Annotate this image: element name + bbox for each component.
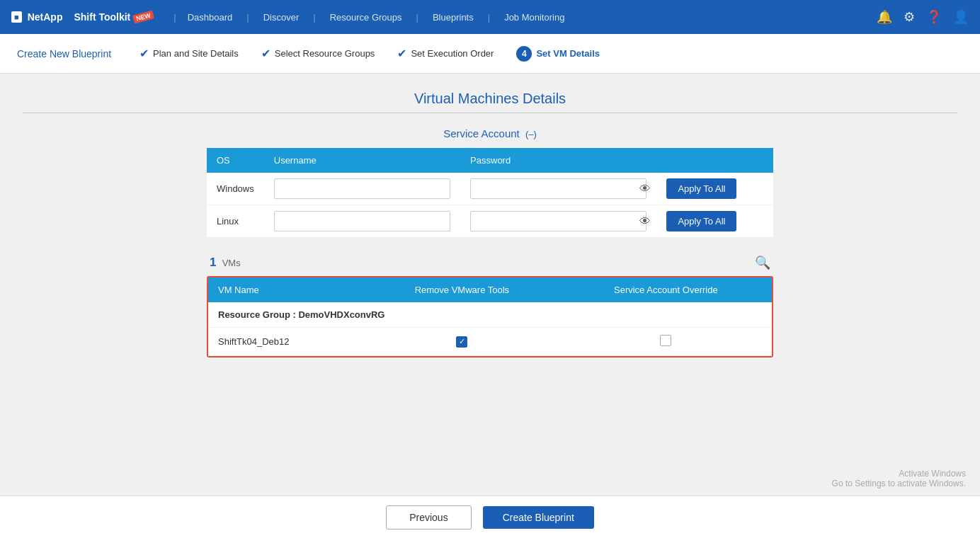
top-nav: ■ NetApp Shift Toolkit NEW | Dashboard |… xyxy=(0,0,980,34)
page-title: Virtual Machines Details xyxy=(23,91,957,107)
linux-username-input[interactable] xyxy=(274,211,450,231)
service-account-section-title: Service Account (–) xyxy=(23,127,957,139)
os-windows: Windows xyxy=(207,173,264,205)
watermark-line1: Activate Windows xyxy=(832,469,966,479)
steps-list: ✔ Plan and Site Details ✔ Select Resourc… xyxy=(139,46,622,62)
vm-table: VM Name Remove VMware Tools Service Acco… xyxy=(208,277,772,356)
step-plan-site: ✔ Plan and Site Details xyxy=(139,47,239,60)
nav-links: Dashboard | Discover | Resource Groups |… xyxy=(179,12,877,23)
brand-name: NetApp xyxy=(28,11,63,23)
linux-password-input[interactable] xyxy=(470,211,646,231)
nav-job-monitoring[interactable]: Job Monitoring xyxy=(496,12,573,23)
breadcrumb-title: Create New Blueprint xyxy=(17,48,111,59)
linux-apply-cell: Apply To All xyxy=(656,205,773,238)
nav-resource-groups[interactable]: Resource Groups xyxy=(321,12,411,23)
remove-vmware-cell: ✓ xyxy=(364,328,560,356)
windows-username-input[interactable] xyxy=(274,178,450,199)
nav-dashboard[interactable]: Dashboard xyxy=(179,12,241,23)
linux-eye-icon[interactable]: 👁 xyxy=(639,215,651,228)
steps-bar: Create New Blueprint ✔ Plan and Site Det… xyxy=(0,34,980,74)
step4-num: 4 xyxy=(516,46,532,62)
toolkit-badge: NEW xyxy=(132,10,154,23)
windows-apply-cell: Apply To All xyxy=(656,173,773,205)
windows-apply-all-button[interactable]: Apply To All xyxy=(666,178,736,199)
nav-actions: 🔔 ⚙ ❓ 👤 xyxy=(877,9,969,25)
step2-label: Select Resource Groups xyxy=(275,48,375,59)
linux-row: Linux 👁 Apply To All xyxy=(207,205,773,238)
vm-table-header-row: VM Name Remove VMware Tools Service Acco… xyxy=(208,277,772,302)
step1-check-icon: ✔ xyxy=(139,47,149,60)
nav-discover[interactable]: Discover xyxy=(255,12,308,23)
vm-name-cell: ShiftTk04_Deb12 xyxy=(208,328,364,356)
logo-icon: ■ xyxy=(11,11,22,23)
vms-count: 1 VMs xyxy=(210,256,241,270)
toolkit-name: Shift Toolkit NEW xyxy=(74,11,154,23)
svc-account-override-cell xyxy=(560,328,772,356)
step-select-rg: ✔ Select Resource Groups xyxy=(261,47,375,60)
step2-check-icon: ✔ xyxy=(261,47,270,60)
nav-divider: | xyxy=(173,12,176,23)
bell-icon[interactable]: 🔔 xyxy=(877,9,892,25)
vms-count-label: VMs xyxy=(222,258,241,268)
col-action xyxy=(656,148,773,173)
vms-header: 1 VMs 🔍 xyxy=(207,255,773,270)
svc-account-override-checkbox[interactable] xyxy=(660,335,671,346)
resource-group-row: Resource Group : DemoVHDXconvRG xyxy=(208,302,772,328)
col-vm-name: VM Name xyxy=(208,277,364,302)
windows-row: Windows 👁 Apply To All xyxy=(207,173,773,205)
remove-vmware-checkbox[interactable]: ✓ xyxy=(456,336,467,348)
watermark-line2: Go to Settings to activate Windows. xyxy=(832,479,966,488)
linux-apply-all-button[interactable]: Apply To All xyxy=(666,211,736,231)
step3-check-icon: ✔ xyxy=(397,47,406,60)
col-svc-account-override: Service Account Override xyxy=(560,277,772,302)
linux-username-cell xyxy=(264,205,460,238)
windows-watermark: Activate Windows Go to Settings to activ… xyxy=(832,469,966,488)
user-icon[interactable]: 👤 xyxy=(953,9,969,25)
step1-label: Plan and Site Details xyxy=(153,48,239,59)
service-account-table: OS Username Password Windows 👁 Apply To … xyxy=(207,148,773,238)
vm-table-wrapper: VM Name Remove VMware Tools Service Acco… xyxy=(207,276,773,357)
col-password: Password xyxy=(460,148,656,173)
vms-search-icon[interactable]: 🔍 xyxy=(755,255,770,270)
windows-password-cell: 👁 xyxy=(460,173,656,205)
windows-eye-icon[interactable]: 👁 xyxy=(639,183,651,195)
main-content: Virtual Machines Details Service Account… xyxy=(0,74,980,496)
step-vm-details: 4 Set VM Details xyxy=(516,46,600,62)
windows-password-input[interactable] xyxy=(470,178,646,199)
col-username: Username xyxy=(264,148,460,173)
linux-password-cell: 👁 xyxy=(460,205,656,238)
windows-username-cell xyxy=(264,173,460,205)
app-logo: ■ NetApp xyxy=(11,11,62,23)
step-execution-order: ✔ Set Execution Order xyxy=(397,47,494,60)
page-divider xyxy=(23,113,957,113)
service-account-dash[interactable]: (–) xyxy=(525,129,537,139)
nav-blueprints[interactable]: Blueprints xyxy=(424,12,482,23)
vms-count-number: 1 xyxy=(210,256,216,269)
step3-label: Set Execution Order xyxy=(411,48,494,59)
gear-icon[interactable]: ⚙ xyxy=(904,9,915,25)
table-row: ShiftTk04_Deb12 ✓ xyxy=(208,328,772,356)
col-remove-vmware: Remove VMware Tools xyxy=(364,277,560,302)
col-os: OS xyxy=(207,148,264,173)
resource-group-label: Resource Group : DemoVHDXconvRG xyxy=(208,302,772,328)
os-linux: Linux xyxy=(207,205,264,238)
help-icon[interactable]: ❓ xyxy=(926,9,942,25)
step4-label: Set VM Details xyxy=(536,48,600,59)
